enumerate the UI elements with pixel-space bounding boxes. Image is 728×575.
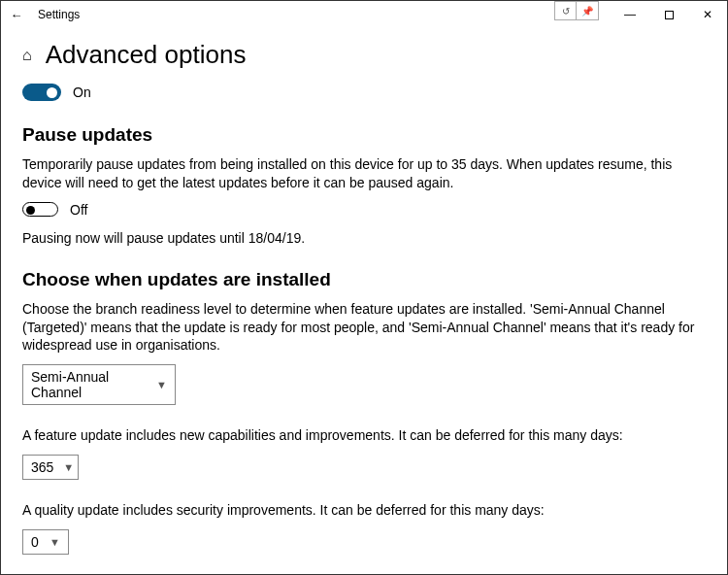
feature-defer-label: A feature update includes new capabiliti…	[22, 426, 706, 445]
window-controls: — ✕	[611, 1, 727, 28]
main-toggle-label: On	[73, 85, 91, 100]
feature-defer-value: 365	[31, 459, 53, 475]
content-area: ⌂ Advanced options On Pause updates Temp…	[1, 28, 727, 575]
quality-defer-select[interactable]: 0 ▼	[22, 529, 69, 555]
titlebar: ← Settings ↺ 📌 — ✕	[1, 1, 727, 28]
chevron-down-icon: ▼	[50, 536, 60, 548]
branch-description: Choose the branch readiness level to det…	[22, 300, 706, 355]
pause-description: Temporarily pause updates from being ins…	[22, 155, 706, 192]
minimize-button[interactable]: —	[611, 1, 649, 28]
branch-select[interactable]: Semi-Annual Channel ▼	[22, 364, 176, 405]
close-button[interactable]: ✕	[688, 1, 727, 28]
toolbar-extra-b-icon[interactable]: 📌	[577, 2, 598, 19]
page-title: Advanced options	[46, 40, 247, 70]
pause-toggle-row: Off	[22, 202, 706, 218]
home-icon[interactable]: ⌂	[22, 47, 32, 64]
maximize-button[interactable]	[649, 1, 688, 28]
window-title: Settings	[38, 8, 80, 21]
quality-defer-value: 0	[31, 534, 39, 550]
branch-select-value: Semi-Annual Channel	[31, 369, 147, 400]
quality-defer-label: A quality update includes security impro…	[22, 501, 706, 520]
main-toggle-row: On	[22, 84, 706, 101]
pause-heading: Pause updates	[22, 124, 706, 146]
page-header: ⌂ Advanced options	[22, 40, 706, 70]
back-icon[interactable]: ←	[9, 8, 24, 22]
main-toggle[interactable]	[22, 84, 61, 101]
pause-toggle-label: Off	[70, 202, 87, 218]
feature-defer-select[interactable]: 365 ▼	[22, 455, 79, 480]
pause-status: Pausing now will pause updates until 18/…	[22, 229, 706, 248]
chevron-down-icon: ▼	[156, 379, 167, 390]
branch-heading: Choose when updates are installed	[22, 269, 706, 290]
toolbar-extras: ↺ 📌	[554, 1, 599, 20]
pause-toggle[interactable]	[22, 202, 58, 217]
toolbar-extra-a-icon[interactable]: ↺	[555, 2, 577, 19]
chevron-down-icon: ▼	[63, 461, 74, 473]
